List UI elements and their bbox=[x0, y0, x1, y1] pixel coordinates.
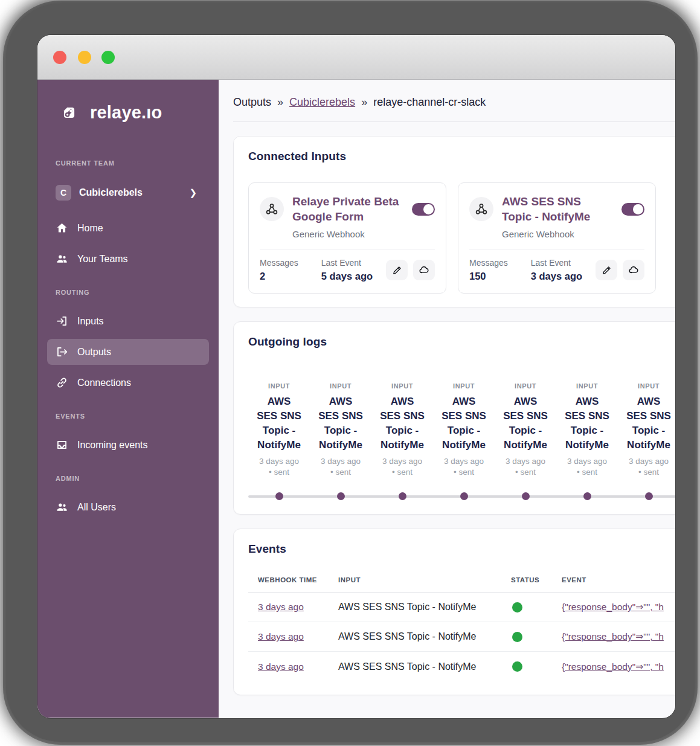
edit-input-button[interactable] bbox=[386, 260, 408, 280]
timeline-dot[interactable] bbox=[275, 492, 283, 500]
minimize-window-button[interactable] bbox=[78, 51, 91, 64]
team-switcher[interactable]: C Cubiclerebels ❯ bbox=[37, 179, 219, 207]
log-input-name: AWS SES SNS Topic - NotifyMe bbox=[310, 394, 371, 452]
cloud-button[interactable] bbox=[413, 260, 435, 280]
chevron-right-icon: ❯ bbox=[189, 187, 197, 198]
log-entry[interactable]: INPUT AWS SES SNS Topic - NotifyMe 3 day… bbox=[248, 382, 310, 478]
divider bbox=[260, 249, 435, 249]
input-enabled-toggle[interactable] bbox=[621, 203, 644, 216]
breadcrumb-item-outputs[interactable]: Outputs bbox=[233, 96, 271, 109]
column-input: INPUT bbox=[338, 576, 511, 584]
device-bezel: relaye.ıo CURRENT TEAM C Cubiclerebels ❯… bbox=[6, 4, 695, 742]
timeline-dot[interactable] bbox=[399, 492, 406, 500]
main-panel: Outputs » Cubiclerebels » relaye-channel… bbox=[219, 80, 675, 718]
log-entry[interactable]: INPUT AWS SES SNS Topic - NotifyMe 3 day… bbox=[433, 382, 495, 478]
log-input-name: AWS SES SNS Topic - NotifyMe bbox=[371, 394, 433, 452]
column-event: EVENT bbox=[562, 576, 675, 584]
status-indicator bbox=[512, 632, 522, 642]
log-entry[interactable]: INPUT AWS SES SNS Topic - NotifyMe 3 day… bbox=[371, 382, 433, 478]
sidebar-item-home[interactable]: Home bbox=[47, 215, 209, 241]
home-icon bbox=[56, 222, 68, 234]
event-payload-link[interactable]: {"response_body"⇒"", "h bbox=[562, 661, 675, 672]
column-status: STATUS bbox=[511, 576, 562, 584]
maximize-window-button[interactable] bbox=[101, 51, 115, 64]
last-event-value: 3 days ago bbox=[531, 271, 596, 282]
event-time-link[interactable]: 3 days ago bbox=[258, 631, 304, 642]
event-time-link[interactable]: 3 days ago bbox=[258, 602, 304, 613]
input-card: AWS SES SNS Topic - NotifyMe Generic Web… bbox=[458, 182, 656, 294]
event-input: AWS SES SNS Topic - NotifyMe bbox=[338, 661, 511, 672]
messages-value: 2 bbox=[260, 271, 321, 282]
log-input-name: AWS SES SNS Topic - NotifyMe bbox=[495, 394, 556, 452]
log-input-label: INPUT bbox=[371, 382, 433, 390]
log-entry-list: INPUT AWS SES SNS Topic - NotifyMe 3 day… bbox=[248, 382, 675, 478]
team-avatar: C bbox=[56, 185, 71, 201]
logo[interactable]: relaye.ıo bbox=[37, 99, 219, 126]
timeline-dot[interactable] bbox=[583, 492, 591, 500]
sidebar-item-outputs[interactable]: Outputs bbox=[47, 339, 209, 365]
log-time: 3 days ago • sent bbox=[310, 456, 371, 478]
input-name[interactable]: AWS SES SNS Topic - NotifyMe bbox=[502, 194, 613, 224]
timeline-dot[interactable] bbox=[337, 492, 345, 500]
divider bbox=[233, 121, 675, 122]
timeline-dot[interactable] bbox=[645, 492, 653, 500]
breadcrumb-separator-icon: » bbox=[277, 96, 283, 109]
link-icon bbox=[56, 376, 68, 389]
table-row: 3 days ago AWS SES SNS Topic - NotifyMe … bbox=[248, 652, 675, 681]
sidebar-item-your-teams[interactable]: Your Teams bbox=[47, 246, 209, 272]
timeline-dot[interactable] bbox=[522, 492, 530, 500]
sidebar-item-label: Your Teams bbox=[77, 254, 128, 265]
last-event-value: 5 days ago bbox=[321, 271, 386, 282]
log-input-name: AWS SES SNS Topic - NotifyMe bbox=[618, 394, 675, 452]
breadcrumb-item-current: relaye-channel-cr-slack bbox=[373, 96, 486, 109]
sidebar: relaye.ıo CURRENT TEAM C Cubiclerebels ❯… bbox=[37, 80, 219, 718]
table-row: 3 days ago AWS SES SNS Topic - NotifyMe … bbox=[248, 593, 675, 622]
log-input-label: INPUT bbox=[310, 382, 371, 390]
breadcrumb-separator-icon: » bbox=[361, 96, 367, 109]
timeline-dot[interactable] bbox=[460, 492, 468, 500]
outgoing-logs-card: Outgoing logs INPUT AWS SES SNS Topic - bbox=[233, 321, 675, 515]
webhook-icon bbox=[469, 197, 493, 221]
log-time: 3 days ago • sent bbox=[371, 456, 433, 478]
column-webhook-time: WEBHOOK TIME bbox=[258, 576, 338, 584]
input-enabled-toggle[interactable] bbox=[412, 203, 435, 216]
table-row: 3 days ago AWS SES SNS Topic - NotifyMe … bbox=[248, 622, 675, 652]
users-icon bbox=[56, 252, 68, 265]
close-window-button[interactable] bbox=[53, 51, 66, 64]
sidebar-item-label: Inputs bbox=[77, 316, 104, 327]
log-input-name: AWS SES SNS Topic - NotifyMe bbox=[248, 394, 310, 452]
input-type: Generic Webhook bbox=[292, 229, 435, 239]
inbox-icon bbox=[56, 439, 68, 451]
event-time-link[interactable]: 3 days ago bbox=[258, 661, 304, 672]
breadcrumb-item-team[interactable]: Cubiclerebels bbox=[289, 96, 355, 109]
log-input-label: INPUT bbox=[556, 382, 618, 390]
sidebar-item-label: Incoming events bbox=[77, 440, 148, 451]
cloud-button[interactable] bbox=[623, 260, 644, 280]
sidebar-item-incoming-events[interactable]: Incoming events bbox=[47, 432, 209, 458]
events-title: Events bbox=[248, 542, 675, 556]
events-table-body: 3 days ago AWS SES SNS Topic - NotifyMe … bbox=[248, 593, 675, 681]
event-payload-link[interactable]: {"response_body"⇒"", "h bbox=[562, 631, 675, 642]
sidebar-item-all-users[interactable]: All Users bbox=[47, 494, 209, 520]
input-name[interactable]: Relaye Private Beta Google Form bbox=[292, 194, 403, 224]
messages-label: Messages bbox=[469, 258, 531, 268]
log-entry[interactable]: INPUT AWS SES SNS Topic - NotifyMe 3 day… bbox=[556, 382, 618, 478]
event-input: AWS SES SNS Topic - NotifyMe bbox=[338, 631, 511, 642]
timeline-dots bbox=[248, 492, 675, 500]
logo-text: relaye.ıo bbox=[90, 103, 162, 123]
event-payload-link[interactable]: {"response_body"⇒"", "h bbox=[562, 602, 675, 613]
log-entry[interactable]: INPUT AWS SES SNS Topic - NotifyMe 3 day… bbox=[618, 382, 675, 478]
sidebar-item-inputs[interactable]: Inputs bbox=[47, 308, 209, 334]
log-timeline bbox=[248, 492, 675, 501]
log-time: 3 days ago • sent bbox=[433, 456, 495, 478]
input-card: Relaye Private Beta Google Form Generic … bbox=[248, 182, 446, 294]
messages-label: Messages bbox=[260, 258, 321, 268]
log-entry[interactable]: INPUT AWS SES SNS Topic - NotifyMe 3 day… bbox=[310, 382, 371, 478]
status-indicator bbox=[512, 602, 522, 613]
events-card: Events WEBHOOK TIME INPUT STATUS EVENT 3… bbox=[233, 529, 675, 695]
sidebar-item-connections[interactable]: Connections bbox=[47, 370, 209, 396]
log-entry[interactable]: INPUT AWS SES SNS Topic - NotifyMe 3 day… bbox=[495, 382, 556, 478]
log-time: 3 days ago • sent bbox=[248, 456, 310, 478]
edit-input-button[interactable] bbox=[596, 260, 617, 280]
team-name: Cubiclerebels bbox=[79, 187, 181, 198]
